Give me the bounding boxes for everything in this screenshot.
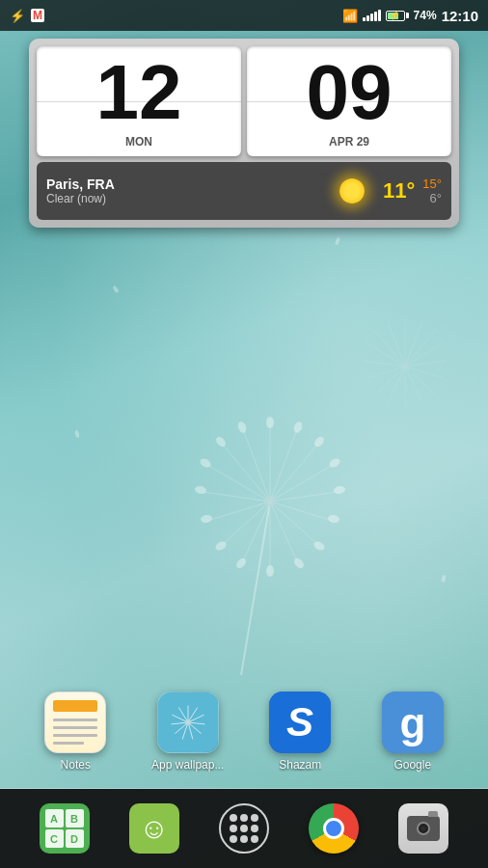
svg-point-67 xyxy=(185,719,191,725)
day-label: MON xyxy=(41,135,237,149)
wallpaper-icon-svg xyxy=(158,692,218,753)
app-item-shazam[interactable]: S Shazam xyxy=(257,692,343,772)
apps-dot xyxy=(240,814,248,822)
shazam-icon-svg: S xyxy=(269,692,331,753)
battery-indicator: ⚡ xyxy=(386,11,409,21)
temp-current: 11° xyxy=(383,178,415,203)
apps-dot xyxy=(230,825,237,832)
app-dock: Notes xyxy=(0,682,488,781)
smiley-icon: ☺ xyxy=(139,812,169,845)
status-left: ⚡ M xyxy=(10,9,44,23)
wifi-icon: 📶 xyxy=(342,9,358,23)
abc-cell-b: B xyxy=(66,809,84,827)
minute-digit: 09 xyxy=(251,54,447,131)
abc-cell-d: D xyxy=(66,829,84,848)
apps-dot xyxy=(240,835,248,843)
apps-grid-icon[interactable] xyxy=(219,803,269,854)
nav-bar: A B C D ☺ xyxy=(0,789,488,868)
camera-body xyxy=(407,816,440,841)
app-item-google[interactable]: g Google xyxy=(369,692,456,772)
notes-icon-lines xyxy=(45,692,105,752)
hour-card: 12 MON xyxy=(37,46,241,156)
weather-icon xyxy=(331,170,373,212)
nav-messaging[interactable]: ☺ xyxy=(129,803,179,854)
messaging-icon[interactable]: ☺ xyxy=(129,803,179,854)
temp-range: 15° 6° xyxy=(422,176,442,205)
clock-widget[interactable]: 12 MON 09 APR 29 Paris, FRA Clear (now) … xyxy=(29,39,459,228)
minute-card: 09 APR 29 xyxy=(247,46,451,156)
nav-chrome[interactable] xyxy=(309,803,359,854)
location-name: Paris, FRA xyxy=(46,176,321,192)
apps-dot xyxy=(230,814,237,822)
google-icon[interactable]: g xyxy=(382,692,444,753)
wallpaper-label: App wallpap... xyxy=(151,758,224,772)
battery-percent: 74% xyxy=(414,9,437,22)
sun-circle xyxy=(339,178,365,203)
nav-camera[interactable] xyxy=(398,803,448,854)
app-item-wallpaper[interactable]: App wallpap... xyxy=(145,692,231,772)
shazam-label: Shazam xyxy=(279,758,321,772)
apps-dot xyxy=(251,835,258,843)
chrome-icon[interactable] xyxy=(309,803,359,854)
status-bar: ⚡ M 📶 ⚡ 74% 12:10 xyxy=(0,0,488,31)
app-item-notes[interactable]: Notes xyxy=(32,692,119,772)
temp-high: 15° xyxy=(422,176,442,191)
wallpaper-icon[interactable] xyxy=(157,692,219,753)
chrome-inner-circle xyxy=(323,818,344,839)
apps-dot xyxy=(251,814,258,822)
app-row: Notes xyxy=(19,692,469,772)
camera-lens xyxy=(417,822,430,835)
weather-info: Paris, FRA Clear (now) 11° 15° 6° xyxy=(37,162,451,220)
camera-icon[interactable] xyxy=(398,803,448,854)
status-time: 12:10 xyxy=(442,8,478,24)
abc-cell-c: C xyxy=(45,829,64,848)
temp-low: 6° xyxy=(430,191,442,205)
nav-abc[interactable]: A B C D xyxy=(40,803,90,854)
shazam-icon[interactable]: S xyxy=(269,692,331,753)
google-icon-svg: g xyxy=(382,692,444,753)
date-label: APR 29 xyxy=(251,135,447,149)
svg-text:S: S xyxy=(286,699,313,745)
notes-label: Notes xyxy=(61,758,91,772)
notes-icon[interactable] xyxy=(44,692,106,753)
abc-cell-a: A xyxy=(45,809,64,827)
abc-icon[interactable]: A B C D xyxy=(40,803,90,854)
svg-text:g: g xyxy=(399,699,425,746)
status-right: 📶 ⚡ 74% 12:10 xyxy=(342,8,478,24)
clock-time-display: 12 MON 09 APR 29 xyxy=(37,46,451,156)
nav-apps-grid[interactable] xyxy=(219,803,269,854)
weather-status: Clear (now) xyxy=(46,192,321,205)
signal-bars xyxy=(363,10,381,21)
hour-digit: 12 xyxy=(41,54,237,131)
location-info: Paris, FRA Clear (now) xyxy=(46,176,321,205)
apps-dot xyxy=(230,835,237,843)
apps-dot xyxy=(240,825,248,832)
google-label: Google xyxy=(393,758,431,772)
gmail-icon: M xyxy=(31,9,44,22)
camera-flash xyxy=(428,811,438,817)
apps-dot xyxy=(251,825,258,832)
usb-icon: ⚡ xyxy=(10,9,25,23)
